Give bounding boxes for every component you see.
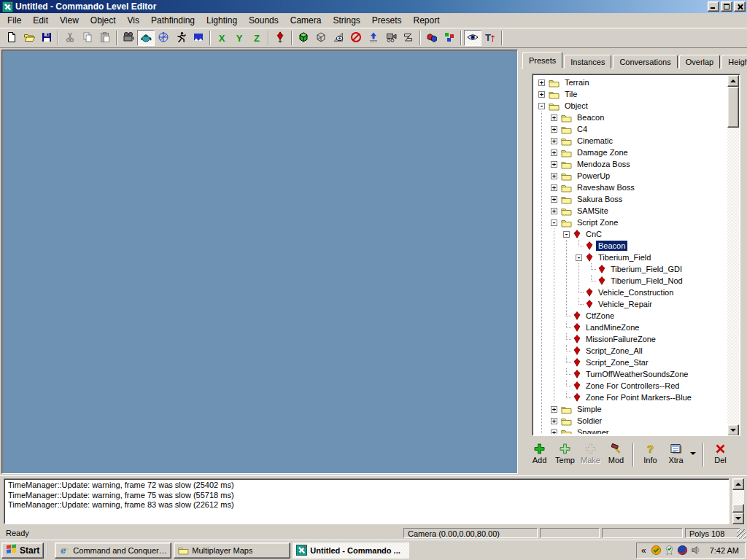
running-man-button[interactable] (172, 30, 190, 46)
vis-eye-button[interactable] (330, 30, 347, 46)
quick-launch-grip[interactable] (47, 543, 52, 558)
tree-item-label[interactable]: Spawner (575, 427, 611, 434)
expander-plus[interactable]: + (551, 173, 557, 179)
tree-item-tile[interactable]: +Tile (535, 88, 727, 100)
temp-button[interactable]: Temp (552, 442, 578, 469)
del-button[interactable]: Del (708, 442, 733, 469)
expander-plus[interactable]: + (551, 161, 557, 168)
expander-plus[interactable]: + (551, 196, 557, 203)
preset-tree[interactable]: +Terrain+Tile-Object+Beacon+C4+Cinematic… (532, 74, 740, 436)
tree-item-raveshaw-boss[interactable]: +Raveshaw Boss (535, 182, 727, 193)
taskbar-task-command-and-conquer[interactable]: eCommand and Conquer: ... (55, 542, 171, 559)
waypath-button[interactable] (190, 30, 207, 46)
tree-item-label[interactable]: Damage Zone (575, 147, 630, 158)
letter-y-button[interactable]: Y (231, 30, 248, 46)
menu-report[interactable]: Report (408, 14, 446, 27)
camera-dolly-button[interactable] (382, 30, 400, 46)
tree-item-label[interactable]: SAMSite (575, 206, 611, 216)
tree-item-cinematic[interactable]: +Cinematic (535, 135, 727, 147)
tree-item-mendoza-boss[interactable]: +Mendoza Boss (535, 158, 727, 170)
eye-button[interactable] (464, 30, 481, 46)
tree-item-tiberium-field[interactable]: -Tiberium_Field (535, 252, 727, 263)
menu-edit[interactable]: Edit (27, 14, 54, 27)
tree-item-label[interactable]: C4 (575, 124, 589, 134)
tray-shield-icon[interactable] (664, 545, 675, 556)
resize-grip[interactable] (737, 529, 746, 539)
tree-item-label[interactable]: Vehicle_Construction (596, 287, 676, 298)
info-button[interactable]: ?Info (638, 442, 663, 469)
tree-item-label[interactable]: Terrain (562, 77, 592, 88)
text-style-button[interactable]: T+ (481, 30, 499, 46)
taskbar-task-multiplayer-maps[interactable]: Multiplayer Maps (174, 542, 290, 559)
title-bar[interactable]: Untitled - Commando Level Editor (0, 0, 747, 13)
tree-item-terrain[interactable]: +Terrain (535, 77, 727, 88)
no-symbol-button[interactable] (347, 30, 365, 46)
tree-item-label[interactable]: Beacon (575, 112, 606, 122)
tree-item-simple[interactable]: +Simple (535, 403, 727, 415)
tree-item-beacon[interactable]: +Beacon (535, 112, 727, 123)
tree-item-turnoffweathersoundszone[interactable]: TurnOffWeatherSoundsZone (535, 368, 727, 380)
expander-plus[interactable]: + (551, 418, 557, 424)
expander-plus[interactable]: + (538, 79, 545, 86)
tree-item-powerup[interactable]: +PowerUp (535, 170, 727, 182)
new-document-button[interactable] (3, 30, 20, 46)
menu-lighting[interactable]: Lighting (201, 14, 243, 27)
tree-item-tiberium-field-nod[interactable]: Tiberium_Field_Nod (535, 275, 727, 287)
mod-button[interactable]: Mod (603, 442, 629, 469)
tray-volume-icon[interactable] (690, 545, 701, 556)
tree-item-samsite[interactable]: +SAMSite (535, 205, 727, 217)
zone-polygon-button[interactable] (400, 30, 417, 46)
tree-item-label[interactable]: Script_Zone_All (584, 346, 645, 356)
tree-item-label[interactable]: CnC (584, 229, 604, 239)
menu-view[interactable]: View (54, 14, 85, 27)
tree-item-cnc[interactable]: -CnC (535, 228, 727, 240)
tree-item-label[interactable]: Tiberium_Field (596, 252, 653, 262)
menu-file[interactable]: File (1, 14, 27, 27)
tree-item-c4[interactable]: +C4 (535, 123, 727, 135)
expander-minus[interactable]: - (576, 254, 582, 261)
taskbar-task-untitled-commando[interactable]: Untitled - Commando ... (293, 542, 409, 559)
tree-item-label[interactable]: PowerUp (575, 171, 612, 181)
tree-item-label[interactable]: Tiberium_Field_Nod (608, 276, 685, 286)
tree-item-label[interactable]: Soldier (575, 416, 604, 426)
expander-minus[interactable]: - (538, 103, 545, 109)
expander-plus[interactable]: + (551, 406, 557, 413)
letter-z-button[interactable]: Z (248, 30, 266, 46)
menu-sounds[interactable]: Sounds (243, 14, 285, 27)
menu-object[interactable]: Object (85, 14, 122, 27)
tree-item-zone-for-point-markers-blue[interactable]: Zone For Point Markers--Blue (535, 392, 727, 403)
tree-item-zone-for-controllers-red[interactable]: Zone For Controllers--Red (535, 380, 727, 392)
expander-plus[interactable]: + (551, 208, 557, 214)
solid-cube-button[interactable] (295, 30, 312, 46)
tree-item-missionfailurezone[interactable]: MissionFailureZone (535, 333, 727, 345)
scroll-down-button[interactable] (727, 424, 739, 436)
tray-chevron-button[interactable]: « (641, 545, 646, 556)
teapot-button[interactable] (137, 30, 155, 46)
tree-scrollbar[interactable] (727, 75, 739, 436)
tree-item-label[interactable]: Script_Zone_Star (584, 357, 651, 368)
save-button[interactable] (38, 30, 55, 46)
copy-button[interactable] (79, 30, 96, 46)
tray-update-icon[interactable] (651, 545, 662, 556)
expander-minus[interactable]: - (551, 219, 557, 226)
tree-item-label[interactable]: Tile (562, 89, 579, 99)
expander-plus[interactable]: + (551, 429, 557, 435)
minimize-button[interactable] (708, 1, 719, 12)
menu-vis[interactable]: Vis (122, 14, 145, 27)
scroll-up-button[interactable] (732, 478, 744, 490)
start-button[interactable]: Start (1, 542, 44, 559)
tree-item-vehicle-construction[interactable]: Vehicle_Construction (535, 287, 727, 298)
3d-viewport[interactable] (1, 50, 518, 474)
tree-item-landminezone[interactable]: LandMineZone (535, 322, 727, 333)
tree-item-label[interactable]: Beacon (596, 241, 627, 251)
tree-item-label[interactable]: Cinematic (575, 136, 615, 146)
tab-overlap[interactable]: Overlap (679, 55, 721, 69)
tree-item-label[interactable]: MissionFailureZone (584, 334, 658, 344)
xtra-button[interactable]: Xtra (663, 442, 689, 469)
open-folder-button[interactable] (20, 30, 38, 46)
scrollbar-thumb[interactable] (732, 504, 744, 513)
tree-item-label[interactable]: CtfZone (584, 311, 616, 321)
scrollbar-thumb[interactable] (727, 87, 739, 128)
expander-plus[interactable]: + (551, 184, 557, 191)
axis-gizmo-button[interactable] (155, 30, 172, 46)
